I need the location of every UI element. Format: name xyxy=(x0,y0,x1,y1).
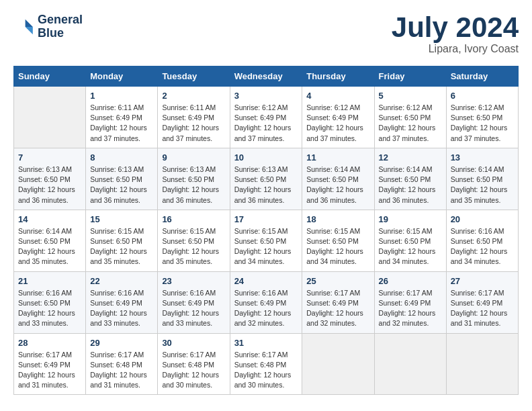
calendar-day-header: Wednesday xyxy=(230,66,302,87)
calendar-week-row: 28Sunrise: 6:17 AMSunset: 6:49 PMDayligh… xyxy=(14,333,519,395)
day-number: 24 xyxy=(234,276,298,286)
calendar-day-header: Saturday xyxy=(446,66,518,87)
calendar-cell: 13Sunrise: 6:14 AMSunset: 6:50 PMDayligh… xyxy=(446,148,518,210)
day-number: 22 xyxy=(90,276,153,286)
day-info: Sunrise: 6:15 AMSunset: 6:50 PMDaylight:… xyxy=(379,226,442,267)
day-number: 29 xyxy=(90,338,153,348)
calendar-cell: 30Sunrise: 6:17 AMSunset: 6:48 PMDayligh… xyxy=(158,333,230,395)
calendar-day-header: Monday xyxy=(86,66,158,87)
calendar-body: 1Sunrise: 6:11 AMSunset: 6:49 PMDaylight… xyxy=(14,87,519,395)
calendar-cell: 7Sunrise: 6:13 AMSunset: 6:50 PMDaylight… xyxy=(14,148,86,210)
day-info: Sunrise: 6:15 AMSunset: 6:50 PMDaylight:… xyxy=(162,226,225,267)
day-number: 5 xyxy=(379,91,442,101)
calendar-cell: 8Sunrise: 6:13 AMSunset: 6:50 PMDaylight… xyxy=(86,148,158,210)
calendar-cell: 29Sunrise: 6:17 AMSunset: 6:48 PMDayligh… xyxy=(86,333,158,395)
day-number: 19 xyxy=(379,214,442,224)
calendar-cell: 23Sunrise: 6:16 AMSunset: 6:49 PMDayligh… xyxy=(158,271,230,333)
calendar-cell: 27Sunrise: 6:17 AMSunset: 6:49 PMDayligh… xyxy=(446,271,518,333)
day-number: 16 xyxy=(162,214,225,224)
day-number: 6 xyxy=(451,91,514,101)
day-number: 11 xyxy=(306,152,369,163)
calendar-cell: 4Sunrise: 6:12 AMSunset: 6:49 PMDaylight… xyxy=(302,87,374,148)
day-number: 17 xyxy=(234,214,298,224)
day-info: Sunrise: 6:14 AMSunset: 6:50 PMDaylight:… xyxy=(451,165,514,205)
day-number: 8 xyxy=(90,152,153,163)
calendar-cell: 12Sunrise: 6:14 AMSunset: 6:50 PMDayligh… xyxy=(374,148,446,210)
calendar-cell: 3Sunrise: 6:12 AMSunset: 6:49 PMDaylight… xyxy=(230,87,302,148)
calendar-cell: 14Sunrise: 6:14 AMSunset: 6:50 PMDayligh… xyxy=(14,210,86,271)
day-info: Sunrise: 6:12 AMSunset: 6:49 PMDaylight:… xyxy=(306,103,369,144)
calendar-day-header: Tuesday xyxy=(158,66,230,87)
day-number: 18 xyxy=(306,214,369,224)
calendar-cell: 24Sunrise: 6:16 AMSunset: 6:49 PMDayligh… xyxy=(230,271,302,333)
calendar-cell xyxy=(302,333,374,395)
day-number: 4 xyxy=(306,91,369,101)
day-number: 1 xyxy=(90,91,153,101)
calendar-cell: 6Sunrise: 6:12 AMSunset: 6:50 PMDaylight… xyxy=(446,87,518,148)
day-info: Sunrise: 6:14 AMSunset: 6:50 PMDaylight:… xyxy=(18,226,81,267)
day-info: Sunrise: 6:15 AMSunset: 6:50 PMDaylight:… xyxy=(306,226,369,267)
calendar-cell: 16Sunrise: 6:15 AMSunset: 6:50 PMDayligh… xyxy=(158,210,230,271)
calendar-cell: 31Sunrise: 6:17 AMSunset: 6:48 PMDayligh… xyxy=(230,333,302,395)
svg-marker-0 xyxy=(26,19,33,27)
day-info: Sunrise: 6:13 AMSunset: 6:50 PMDaylight:… xyxy=(162,165,225,205)
logo: General Blue xyxy=(13,13,83,40)
day-number: 25 xyxy=(306,276,369,286)
day-number: 28 xyxy=(18,338,81,348)
day-info: Sunrise: 6:13 AMSunset: 6:50 PMDaylight:… xyxy=(90,165,153,205)
title-block: July 2024 Lipara, Ivory Coast xyxy=(392,13,519,55)
day-info: Sunrise: 6:14 AMSunset: 6:50 PMDaylight:… xyxy=(379,165,442,205)
day-number: 20 xyxy=(451,214,514,224)
day-info: Sunrise: 6:16 AMSunset: 6:49 PMDaylight:… xyxy=(234,288,298,329)
calendar-cell: 9Sunrise: 6:13 AMSunset: 6:50 PMDaylight… xyxy=(158,148,230,210)
day-info: Sunrise: 6:17 AMSunset: 6:49 PMDaylight:… xyxy=(451,288,514,329)
day-number: 27 xyxy=(451,276,514,286)
calendar-week-row: 14Sunrise: 6:14 AMSunset: 6:50 PMDayligh… xyxy=(14,210,519,271)
day-info: Sunrise: 6:12 AMSunset: 6:50 PMDaylight:… xyxy=(451,103,514,144)
day-number: 14 xyxy=(18,214,81,224)
calendar-cell: 19Sunrise: 6:15 AMSunset: 6:50 PMDayligh… xyxy=(374,210,446,271)
day-info: Sunrise: 6:17 AMSunset: 6:48 PMDaylight:… xyxy=(162,350,225,391)
day-number: 26 xyxy=(379,276,442,286)
day-info: Sunrise: 6:16 AMSunset: 6:49 PMDaylight:… xyxy=(90,288,153,329)
day-info: Sunrise: 6:17 AMSunset: 6:48 PMDaylight:… xyxy=(234,350,298,391)
day-info: Sunrise: 6:11 AMSunset: 6:49 PMDaylight:… xyxy=(90,103,153,144)
day-number: 10 xyxy=(234,152,298,163)
day-number: 12 xyxy=(379,152,442,163)
calendar-cell: 26Sunrise: 6:17 AMSunset: 6:49 PMDayligh… xyxy=(374,271,446,333)
day-info: Sunrise: 6:11 AMSunset: 6:49 PMDaylight:… xyxy=(162,103,225,144)
main-title: July 2024 xyxy=(392,13,519,42)
calendar-day-header: Thursday xyxy=(302,66,374,87)
calendar-cell: 5Sunrise: 6:12 AMSunset: 6:50 PMDaylight… xyxy=(374,87,446,148)
calendar-cell: 18Sunrise: 6:15 AMSunset: 6:50 PMDayligh… xyxy=(302,210,374,271)
calendar-cell xyxy=(446,333,518,395)
calendar-cell xyxy=(374,333,446,395)
calendar-week-row: 7Sunrise: 6:13 AMSunset: 6:50 PMDaylight… xyxy=(14,148,519,210)
calendar-cell: 25Sunrise: 6:17 AMSunset: 6:49 PMDayligh… xyxy=(302,271,374,333)
calendar-cell: 20Sunrise: 6:16 AMSunset: 6:50 PMDayligh… xyxy=(446,210,518,271)
day-info: Sunrise: 6:12 AMSunset: 6:49 PMDaylight:… xyxy=(234,103,298,144)
calendar-week-row: 1Sunrise: 6:11 AMSunset: 6:49 PMDaylight… xyxy=(14,87,519,148)
calendar-cell: 28Sunrise: 6:17 AMSunset: 6:49 PMDayligh… xyxy=(14,333,86,395)
day-info: Sunrise: 6:16 AMSunset: 6:50 PMDaylight:… xyxy=(18,288,81,329)
day-number: 30 xyxy=(162,338,225,348)
logo-icon xyxy=(13,16,35,38)
day-info: Sunrise: 6:16 AMSunset: 6:49 PMDaylight:… xyxy=(162,288,225,329)
day-number: 15 xyxy=(90,214,153,224)
calendar-day-header: Sunday xyxy=(14,66,86,87)
day-number: 23 xyxy=(162,276,225,286)
calendar-cell: 2Sunrise: 6:11 AMSunset: 6:49 PMDaylight… xyxy=(158,87,230,148)
calendar-cell: 21Sunrise: 6:16 AMSunset: 6:50 PMDayligh… xyxy=(14,271,86,333)
day-number: 13 xyxy=(451,152,514,163)
day-number: 21 xyxy=(18,276,81,286)
day-info: Sunrise: 6:12 AMSunset: 6:50 PMDaylight:… xyxy=(379,103,442,144)
day-info: Sunrise: 6:17 AMSunset: 6:48 PMDaylight:… xyxy=(90,350,153,391)
calendar-cell xyxy=(14,87,86,148)
calendar-cell: 10Sunrise: 6:13 AMSunset: 6:50 PMDayligh… xyxy=(230,148,302,210)
calendar-cell: 11Sunrise: 6:14 AMSunset: 6:50 PMDayligh… xyxy=(302,148,374,210)
calendar-week-row: 21Sunrise: 6:16 AMSunset: 6:50 PMDayligh… xyxy=(14,271,519,333)
day-info: Sunrise: 6:14 AMSunset: 6:50 PMDaylight:… xyxy=(306,165,369,205)
calendar-cell: 22Sunrise: 6:16 AMSunset: 6:49 PMDayligh… xyxy=(86,271,158,333)
day-info: Sunrise: 6:17 AMSunset: 6:49 PMDaylight:… xyxy=(18,350,81,391)
day-number: 7 xyxy=(18,152,81,163)
